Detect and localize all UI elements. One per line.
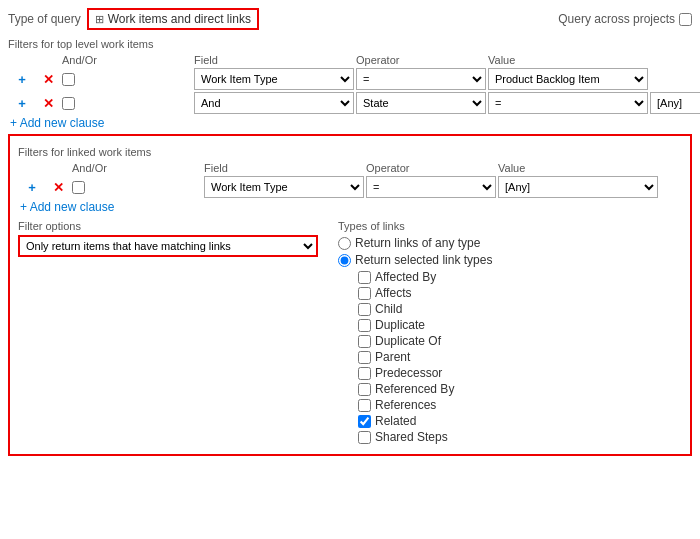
cb-related-label[interactable]: Related [375,414,416,428]
cb-affects[interactable] [358,287,371,300]
filter-options-col: Filter options Only return items that ha… [18,220,318,446]
top-filter-row-1: + ✕ Work Item Type State Title Assigned … [8,68,692,90]
cb-row-child: Child [354,302,682,316]
cb-referenced-by-label[interactable]: Referenced By [375,382,454,396]
radio-any-label[interactable]: Return links of any type [355,236,480,250]
cb-referenced-by[interactable] [358,383,371,396]
linked-row1-delete-icon[interactable]: ✕ [46,180,70,195]
linked-filters-section: Filters for linked work items And/Or Fie… [8,134,692,456]
linked-row1-add-icon[interactable]: + [20,180,44,195]
filter-options-label: Filter options [18,220,318,232]
value-header: Value [488,54,648,66]
linked-row1-value-select[interactable]: [Any] Product Backlog Item Bug Epic Feat… [498,176,658,198]
cb-affected-by[interactable] [358,271,371,284]
grid-icon: ⊞ [95,13,104,26]
cb-row-parent: Parent [354,350,682,364]
top-add-clause-label: + Add new clause [10,116,104,130]
top-row2-delete-icon[interactable]: ✕ [36,96,60,111]
cb-references-label[interactable]: References [375,398,436,412]
top-row1-delete-icon[interactable]: ✕ [36,72,60,87]
query-type-text: Work items and direct links [108,12,251,26]
cb-row-affected-by: Affected By [354,270,682,284]
query-across-projects: Query across projects [558,12,692,26]
top-add-clause-button[interactable]: + Add new clause [8,116,104,130]
andor-header: And/Or [62,54,192,66]
linked-row1-field-select[interactable]: Work Item Type State Title Assigned To I… [204,176,364,198]
top-row2-checkbox[interactable] [62,97,75,110]
link-type-checkboxes: Affected By Affects Child Duplicate Dupl… [338,270,682,444]
type-of-query-label: Type of query [8,12,81,26]
types-of-links-col: Types of links Return links of any type … [338,220,682,446]
cb-predecessor-label[interactable]: Predecessor [375,366,442,380]
radio-selected-type[interactable] [338,254,351,267]
cb-parent-label[interactable]: Parent [375,350,410,364]
top-bar: Type of query ⊞ Work items and direct li… [8,8,692,30]
linked-add-clause-button[interactable]: + Add new clause [18,200,114,214]
types-of-links-label: Types of links [338,220,682,232]
cb-references[interactable] [358,399,371,412]
cb-row-affects: Affects [354,286,682,300]
top-row2-value-select[interactable]: [Any] Active Resolved Closed New [650,92,700,114]
linked-filter-header-row: And/Or Field Operator Value [18,162,682,174]
top-row1-value-select[interactable]: Product Backlog Item Bug Epic Feature Ta… [488,68,648,90]
cb-shared-steps[interactable] [358,431,371,444]
field-header: Field [194,54,354,66]
cb-row-duplicate: Duplicate [354,318,682,332]
linked-row1-checkbox[interactable] [72,181,85,194]
cb-predecessor[interactable] [358,367,371,380]
cb-related[interactable] [358,415,371,428]
top-row1-operator-select[interactable]: = <> > < [356,68,486,90]
cb-child-label[interactable]: Child [375,302,402,316]
cb-row-shared-steps: Shared Steps [354,430,682,444]
radio-any-type[interactable] [338,237,351,250]
type-of-query: Type of query ⊞ Work items and direct li… [8,8,259,30]
query-across-projects-label: Query across projects [558,12,675,26]
top-filters-label: Filters for top level work items [8,38,692,50]
radio-row-any: Return links of any type [338,236,682,250]
top-row1-field-select[interactable]: Work Item Type State Title Assigned To I… [194,68,354,90]
linked-andor-header: And/Or [72,162,202,174]
query-across-projects-checkbox[interactable] [679,13,692,26]
cb-shared-steps-label[interactable]: Shared Steps [375,430,448,444]
linked-field-header: Field [204,162,364,174]
cb-row-references: References [354,398,682,412]
top-row2-field-select[interactable]: Work Item Type State Title Assigned To I… [356,92,486,114]
linked-filter-row-1: + ✕ Work Item Type State Title Assigned … [18,176,682,198]
linked-add-clause-label: + Add new clause [20,200,114,214]
filter-options-select[interactable]: Only return items that have matching lin… [18,235,318,257]
cb-parent[interactable] [358,351,371,364]
top-row2-add-icon[interactable]: + [10,96,34,111]
top-filter-header-row: And/Or Field Operator Value [8,54,692,66]
cb-child[interactable] [358,303,371,316]
cb-row-predecessor: Predecessor [354,366,682,380]
linked-body: Filter options Only return items that ha… [18,220,682,446]
linked-filters-label: Filters for linked work items [18,146,682,158]
linked-row1-operator-select[interactable]: = <> > < [366,176,496,198]
cb-duplicate[interactable] [358,319,371,332]
operator-header: Operator [356,54,486,66]
radio-selected-label[interactable]: Return selected link types [355,253,492,267]
cb-affected-by-label[interactable]: Affected By [375,270,436,284]
linked-value-header: Value [498,162,658,174]
top-row2-operator-select[interactable]: = <> > < [488,92,648,114]
cb-duplicate-label[interactable]: Duplicate [375,318,425,332]
top-filter-row-2: + ✕ And Or Work Item Type State Title As… [8,92,692,114]
cb-duplicate-of-label[interactable]: Duplicate Of [375,334,441,348]
cb-row-duplicate-of: Duplicate Of [354,334,682,348]
query-type-button[interactable]: ⊞ Work items and direct links [87,8,259,30]
cb-row-related: Related [354,414,682,428]
cb-duplicate-of[interactable] [358,335,371,348]
linked-operator-header: Operator [366,162,496,174]
cb-affects-label[interactable]: Affects [375,286,411,300]
radio-row-selected: Return selected link types [338,253,682,267]
cb-row-referenced-by: Referenced By [354,382,682,396]
top-row2-andor-select[interactable]: And Or [194,92,354,114]
top-row1-add-icon[interactable]: + [10,72,34,87]
top-row1-checkbox[interactable] [62,73,75,86]
top-filters-section: Filters for top level work items And/Or … [8,38,692,130]
